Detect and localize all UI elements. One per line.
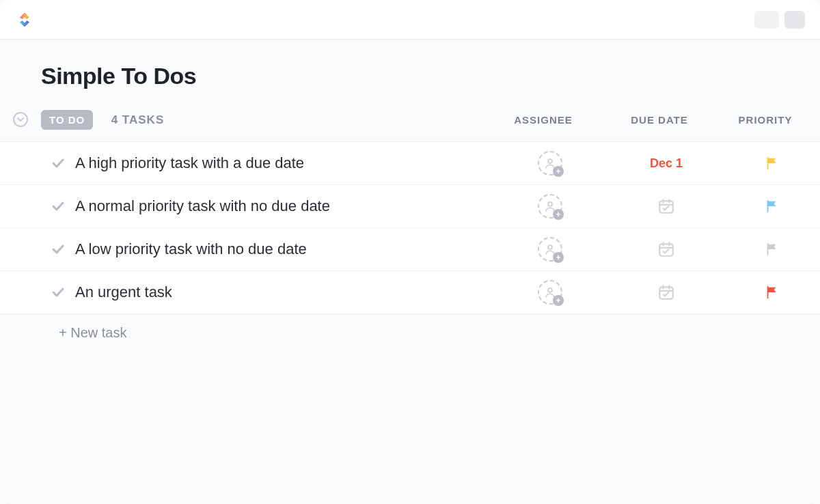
- plus-icon: +: [553, 252, 564, 263]
- collapse-toggle[interactable]: [13, 112, 28, 127]
- checkmark-icon[interactable]: [50, 241, 66, 257]
- plus-icon: +: [553, 209, 564, 220]
- svg-rect-4: [659, 244, 673, 255]
- column-header-due-date: DUE DATE: [601, 114, 718, 126]
- app-frame: Simple To Dos TO DO 4 TASKS ASSIGNEE DUE…: [0, 0, 820, 504]
- topbar: [0, 0, 820, 40]
- task-title[interactable]: A normal priority task with no due date: [75, 197, 492, 215]
- chevron-down-icon: [16, 115, 25, 124]
- priority-flag[interactable]: [724, 285, 820, 300]
- calendar-icon: [657, 197, 675, 215]
- plus-icon: +: [553, 295, 564, 306]
- priority-flag[interactable]: [724, 156, 820, 171]
- topbar-placeholder-button[interactable]: [754, 11, 779, 29]
- flag-icon: [765, 285, 780, 300]
- topbar-placeholder-button[interactable]: [784, 11, 805, 29]
- task-row[interactable]: An urgent task +: [0, 270, 820, 314]
- due-date-add[interactable]: [608, 283, 724, 301]
- due-date-add[interactable]: [608, 240, 724, 258]
- svg-point-3: [548, 245, 552, 249]
- task-title[interactable]: A low priority task with no due date: [75, 240, 492, 258]
- clickup-logo: [15, 10, 34, 29]
- assignee-add[interactable]: +: [538, 194, 562, 219]
- calendar-icon: [657, 240, 675, 258]
- content: Simple To Dos TO DO 4 TASKS ASSIGNEE DUE…: [0, 40, 820, 504]
- priority-flag[interactable]: [724, 242, 820, 257]
- assignee-add[interactable]: +: [538, 237, 562, 262]
- svg-rect-2: [659, 201, 673, 212]
- column-header-assignee: ASSIGNEE: [485, 114, 601, 126]
- flag-icon: [765, 199, 780, 214]
- due-date-add[interactable]: [608, 197, 724, 215]
- svg-point-1: [548, 202, 552, 206]
- status-badge[interactable]: TO DO: [41, 110, 93, 130]
- calendar-icon: [657, 283, 675, 301]
- task-row[interactable]: A normal priority task with no due date …: [0, 184, 820, 228]
- assignee-add[interactable]: +: [538, 151, 562, 176]
- task-list: A high priority task with a due date + D…: [0, 141, 820, 314]
- task-count: 4 TASKS: [111, 113, 165, 126]
- svg-point-5: [548, 288, 552, 292]
- task-row[interactable]: A high priority task with a due date + D…: [0, 141, 820, 185]
- column-header-priority: PRIORITY: [718, 114, 813, 126]
- task-row[interactable]: A low priority task with no due date +: [0, 227, 820, 271]
- new-task-button[interactable]: + New task: [0, 314, 820, 341]
- checkmark-icon[interactable]: [50, 155, 66, 171]
- flag-icon: [765, 156, 780, 171]
- due-date[interactable]: Dec 1: [650, 156, 683, 171]
- checkmark-icon[interactable]: [50, 284, 66, 300]
- flag-icon: [765, 242, 780, 257]
- svg-rect-6: [659, 287, 673, 298]
- assignee-add[interactable]: +: [538, 280, 562, 305]
- plus-icon: +: [553, 166, 564, 177]
- topbar-actions: [754, 11, 805, 29]
- page-title: Simple To Dos: [0, 40, 820, 104]
- task-title[interactable]: An urgent task: [75, 283, 492, 301]
- checkmark-icon[interactable]: [50, 198, 66, 214]
- task-title[interactable]: A high priority task with a due date: [75, 154, 492, 172]
- priority-flag[interactable]: [724, 199, 820, 214]
- svg-point-0: [548, 159, 552, 163]
- status-header-row: TO DO 4 TASKS ASSIGNEE DUE DATE PRIORITY: [0, 104, 820, 135]
